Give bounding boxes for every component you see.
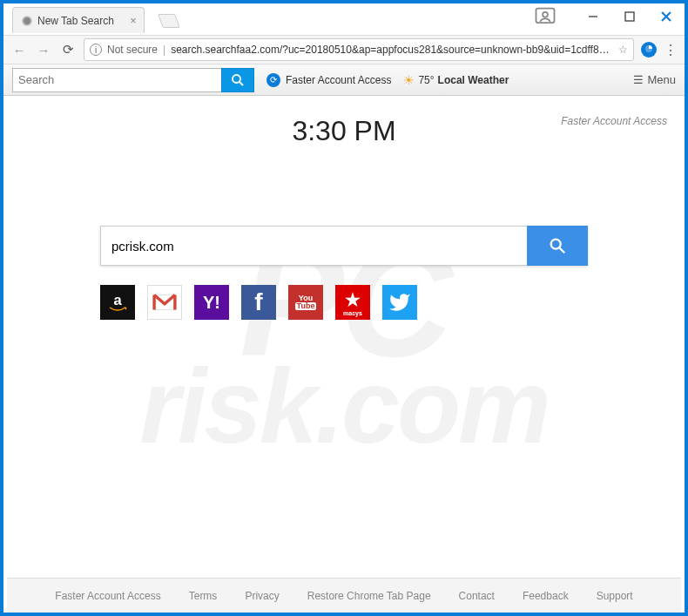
tab-favicon [22, 16, 32, 26]
navigation-bar: ← → ⟳ i Not secure | search.searchfaa2.c… [3, 35, 685, 64]
svg-point-1 [543, 12, 548, 17]
main-search-button[interactable] [527, 226, 588, 266]
reload-button[interactable]: ⟳ [59, 42, 77, 58]
search-icon [548, 236, 567, 255]
tab-title: New Tab Search [37, 15, 114, 27]
svg-point-8 [551, 240, 561, 249]
faster-account-access-link[interactable]: ⟳ Faster Account Access [266, 73, 391, 87]
site-info-icon[interactable]: i [90, 44, 102, 56]
sun-icon: ☀ [403, 73, 415, 87]
toolbar-menu-button[interactable]: ☰ Menu [633, 73, 676, 86]
browser-tab[interactable]: New Tab Search × [12, 7, 145, 33]
search-icon [230, 72, 246, 88]
svg-text:a: a [113, 292, 122, 308]
amazon-icon[interactable]: a [100, 285, 135, 320]
maximize-button[interactable] [611, 6, 648, 27]
gmail-icon[interactable] [147, 285, 182, 320]
weather-temp: 75° [418, 74, 434, 86]
page-footer: Faster Account Access Terms Privacy Rest… [7, 578, 681, 613]
tab-close-icon[interactable]: × [130, 14, 137, 27]
minimize-button[interactable] [575, 6, 611, 27]
toolbar-search [12, 68, 254, 92]
footer-link[interactable]: Privacy [245, 590, 279, 602]
weather-label: Local Weather [438, 74, 509, 86]
svg-point-6 [233, 75, 240, 83]
page-toolbar: ⟳ Faster Account Access ☀ 75° Local Weat… [3, 64, 685, 96]
toolbar-menu-label: Menu [647, 73, 676, 86]
not-secure-label: Not secure [107, 44, 158, 56]
extension-icon[interactable] [641, 42, 657, 58]
svg-line-9 [560, 248, 565, 254]
footer-link[interactable]: Support [597, 590, 633, 602]
forward-button: → [35, 43, 52, 58]
quick-links-row: a Y! f You Tube ★ macys [100, 285, 588, 320]
faa-link-label: Faster Account Access [286, 74, 391, 86]
footer-link[interactable]: Contact [459, 590, 495, 602]
browser-menu-icon[interactable]: ⋮ [664, 42, 678, 58]
svg-line-7 [239, 82, 243, 85]
main-search-input[interactable] [100, 226, 527, 266]
hamburger-icon: ☰ [633, 73, 644, 86]
twitter-icon[interactable] [382, 285, 417, 320]
page-content: Faster Account Access 3:30 PM a Y! f You… [3, 96, 685, 580]
footer-link[interactable]: Faster Account Access [55, 590, 160, 602]
macys-icon[interactable]: ★ macys [335, 285, 370, 320]
footer-link[interactable]: Feedback [523, 590, 569, 602]
brand-tagline: Faster Account Access [561, 115, 667, 127]
svg-rect-0 [536, 9, 555, 23]
bookmark-star-icon[interactable]: ☆ [618, 44, 628, 56]
user-account-icon[interactable] [533, 4, 557, 29]
toolbar-search-button[interactable] [221, 68, 254, 92]
footer-link[interactable]: Terms [189, 590, 218, 602]
faa-dot-icon: ⟳ [266, 73, 280, 87]
main-search [100, 226, 588, 266]
weather-widget[interactable]: ☀ 75° Local Weather [403, 73, 509, 87]
footer-link[interactable]: Restore Chrome Tab Page [307, 590, 431, 602]
back-button[interactable]: ← [10, 43, 28, 58]
toolbar-search-input[interactable] [12, 68, 221, 92]
url-text: search.searchfaa2.com/?uc=20180510&ap=ap… [171, 44, 610, 56]
close-button[interactable] [648, 6, 685, 27]
youtube-icon[interactable]: You Tube [288, 285, 323, 320]
facebook-icon[interactable]: f [241, 285, 276, 320]
address-bar[interactable]: i Not secure | search.searchfaa2.com/?uc… [84, 38, 634, 61]
svg-rect-3 [625, 12, 634, 21]
yahoo-icon[interactable]: Y! [194, 285, 229, 320]
